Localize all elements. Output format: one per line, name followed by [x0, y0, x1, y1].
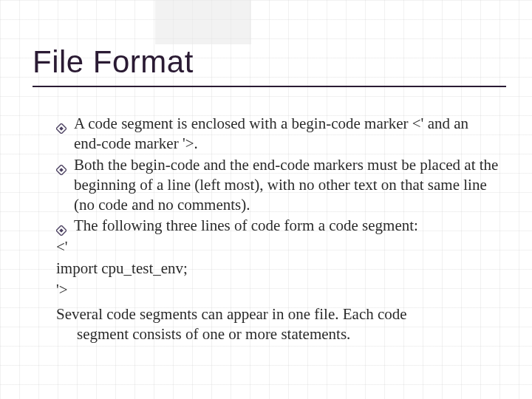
svg-rect-1 [59, 126, 64, 131]
diamond-bullet-icon [56, 160, 66, 171]
page-title: File Format [33, 44, 506, 80]
list-item: A code segment is enclosed with a begin-… [56, 114, 499, 154]
diamond-bullet-icon [56, 119, 66, 129]
code-line: import cpu_test_env; [56, 259, 499, 279]
closing-continuation: segment consists of one or more statemen… [77, 324, 499, 344]
body-text-area: A code segment is enclosed with a begin-… [56, 114, 499, 344]
list-item: The following three lines of code form a… [56, 216, 499, 236]
code-line: '> [56, 280, 499, 300]
closing-paragraph: Several code segments can appear in one … [56, 304, 499, 344]
svg-rect-5 [59, 229, 64, 233]
bullet-text: The following three lines of code form a… [74, 216, 499, 236]
title-underline [33, 86, 506, 87]
diamond-bullet-icon [56, 221, 66, 231]
svg-rect-3 [59, 168, 64, 172]
slide-content: File Format A code segment is enclosed w… [33, 44, 506, 344]
code-line: <' [56, 237, 499, 257]
bullet-text: Both the begin-code and the end-code mar… [74, 155, 499, 215]
closing-first-line: Several code segments can appear in one … [56, 305, 407, 323]
list-item: Both the begin-code and the end-code mar… [56, 155, 499, 215]
bullet-text: A code segment is enclosed with a begin-… [74, 114, 499, 154]
header-shade-box [155, 0, 251, 44]
